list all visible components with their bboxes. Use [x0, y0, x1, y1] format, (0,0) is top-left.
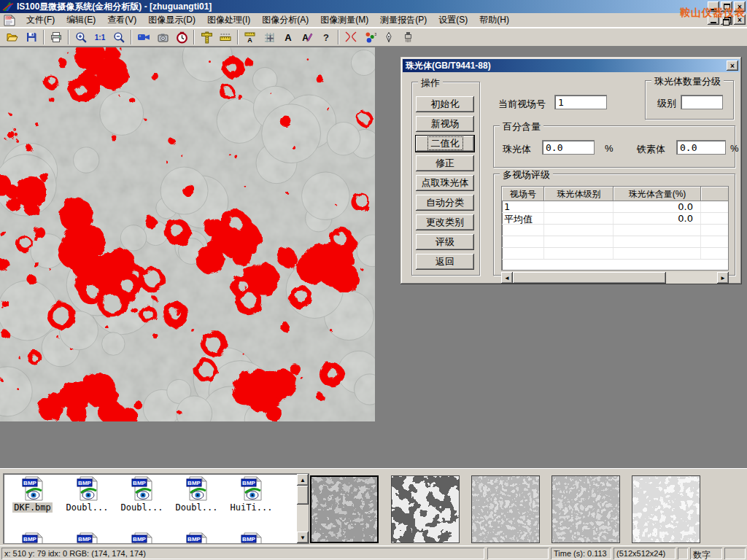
timer-icon[interactable] — [172, 29, 191, 46]
edit-annotate-icon[interactable]: A — [298, 29, 317, 46]
svg-text:BMP: BMP — [242, 536, 255, 542]
brush-icon[interactable] — [398, 29, 417, 46]
menu-item[interactable]: 图像测量(M) — [314, 12, 374, 28]
operation-button[interactable]: 更改类别 — [416, 214, 474, 230]
particle-count-icon[interactable]: 3 — [360, 29, 379, 46]
bmp-file-icon: BMP — [240, 476, 263, 501]
menu-item[interactable]: 图像处理(I) — [201, 12, 256, 28]
svg-text:BMP: BMP — [78, 536, 91, 542]
file-item[interactable]: BMP — [224, 532, 279, 544]
bmp-file-icon: BMP — [240, 532, 263, 544]
file-item[interactable]: BMPDoubl... — [60, 476, 115, 513]
scroll-right-icon[interactable]: ► — [717, 272, 729, 284]
operation-button[interactable]: 二值化 — [416, 136, 474, 152]
operation-button[interactable]: 新视场 — [416, 116, 474, 132]
ruler-icon[interactable] — [216, 29, 235, 46]
thumbnail[interactable] — [391, 475, 460, 543]
table-column-header[interactable]: 视场号 — [502, 187, 544, 201]
toolbar-separator — [237, 30, 239, 44]
file-list-scrollbar[interactable]: ▲ ▼ — [297, 474, 309, 543]
operation-button[interactable]: 评级 — [416, 234, 474, 250]
table-column-header[interactable]: 珠光体含量(%) — [614, 187, 701, 201]
thumbnail[interactable] — [551, 475, 620, 543]
file-item[interactable]: BMPHuiTi... — [224, 476, 279, 513]
file-item[interactable]: BMPDKF.bmp — [5, 476, 60, 513]
file-item[interactable]: BMP — [5, 532, 60, 544]
ferrite-unit: % — [730, 143, 739, 154]
pearlite-input[interactable]: 0.0 — [542, 140, 595, 155]
specimen-image[interactable] — [0, 47, 375, 421]
file-item[interactable]: BMP — [169, 532, 224, 544]
actual-size-button[interactable]: 1:1 — [90, 29, 109, 46]
svg-text:BMP: BMP — [23, 480, 36, 486]
hscroll-thumb[interactable] — [513, 272, 666, 284]
menu-item[interactable]: 文件(F) — [20, 12, 61, 28]
bmp-file-icon: BMP — [185, 476, 209, 501]
dialog-close-icon[interactable]: × — [727, 61, 738, 71]
print-icon[interactable] — [47, 29, 66, 46]
svg-text:A: A — [247, 36, 252, 43]
menu-item[interactable]: 查看(V) — [101, 12, 142, 28]
camera-capture-icon[interactable] — [153, 29, 172, 46]
menu-item[interactable]: 帮助(H) — [473, 12, 515, 28]
svg-text:BMP: BMP — [78, 480, 91, 486]
table-row[interactable] — [502, 248, 728, 260]
table-hscrollbar[interactable]: ◄ ► — [501, 272, 729, 284]
thumbnail[interactable] — [471, 475, 540, 543]
current-field-input[interactable]: 1 — [554, 95, 607, 109]
zoom-out-icon[interactable] — [109, 29, 128, 46]
svg-text:BMP: BMP — [242, 480, 255, 486]
svg-text:?: ? — [323, 32, 329, 43]
document-icon[interactable]: DOC — [3, 15, 16, 26]
operation-button[interactable]: 修正 — [416, 155, 474, 171]
operation-button[interactable]: 初始化 — [416, 96, 474, 112]
menu-item[interactable]: 图像分析(A) — [256, 12, 314, 28]
grid-icon[interactable] — [260, 29, 279, 46]
table-row[interactable] — [502, 225, 728, 236]
file-item[interactable]: BMP — [60, 532, 115, 544]
scroll-down-icon[interactable]: ▼ — [297, 532, 309, 543]
file-item[interactable]: BMPDoubl... — [115, 476, 169, 513]
table-row[interactable]: 10.0 — [502, 201, 728, 213]
table-row[interactable] — [502, 236, 728, 248]
level-input[interactable] — [681, 95, 723, 109]
pearlite-dialog: 珠光体(GB/T9441-88) × 操作 初始化新视场二值化修正点取珠光体自动… — [400, 57, 742, 284]
caliper-icon[interactable] — [197, 29, 216, 46]
thumbnail[interactable] — [310, 475, 379, 543]
measure-text-icon[interactable]: A — [241, 29, 260, 46]
current-field-label: 当前视场号 — [498, 98, 546, 111]
menu-item[interactable]: 设置(S) — [433, 12, 473, 28]
cursor-position-status: x: 510 y: 79 idx: 0 RGB: (174, 174, 174) — [1, 548, 484, 559]
text-annotate-icon[interactable]: A — [279, 29, 298, 46]
video-capture-icon[interactable] — [134, 29, 153, 46]
image-size-status: (512x512x24) — [614, 548, 676, 559]
menu-item[interactable]: 测量报告(P) — [374, 12, 433, 28]
file-list[interactable]: BMPDKF.bmpBMPDoubl...BMPDoubl...BMPDoubl… — [3, 473, 309, 544]
workspace: 珠光体(GB/T9441-88) × 操作 初始化新视场二值化修正点取珠光体自动… — [0, 47, 747, 468]
menu-item[interactable]: 编辑(E) — [61, 12, 101, 28]
table-row[interactable]: 平均值0.0 — [502, 213, 728, 225]
curve-tool-icon[interactable] — [341, 29, 360, 46]
file-item[interactable]: BMP — [115, 532, 169, 544]
status-panel-empty — [487, 548, 549, 559]
table-column-header[interactable]: 珠光体级别 — [544, 187, 614, 201]
scroll-left-icon[interactable]: ◄ — [501, 272, 513, 284]
operation-button[interactable]: 点取珠光体 — [416, 175, 474, 191]
operation-button[interactable]: 返回 — [416, 254, 474, 270]
pen-icon[interactable] — [379, 29, 398, 46]
dialog-title-bar: 珠光体(GB/T9441-88) × — [403, 59, 740, 72]
menu-item[interactable]: 图像显示(D) — [142, 12, 201, 28]
rating-table[interactable]: 视场号珠光体级别珠光体含量(%)铁素体 10.0平均值0.0 — [501, 186, 729, 271]
thumbnail[interactable] — [632, 475, 700, 543]
table-column-header[interactable]: 铁素体 — [701, 187, 729, 201]
file-item[interactable]: BMPDoubl... — [169, 476, 224, 513]
help-icon[interactable]: ? — [317, 29, 336, 46]
save-icon[interactable] — [22, 29, 41, 46]
open-icon[interactable] — [3, 29, 22, 46]
operation-button[interactable]: 自动分类 — [416, 195, 474, 211]
ferrite-input[interactable]: 0.0 — [676, 140, 726, 155]
vscroll-thumb[interactable] — [297, 486, 309, 505]
scroll-up-icon[interactable]: ▲ — [297, 474, 309, 486]
ferrite-label: 铁素体 — [637, 143, 665, 156]
zoom-in-icon[interactable] — [71, 29, 90, 46]
